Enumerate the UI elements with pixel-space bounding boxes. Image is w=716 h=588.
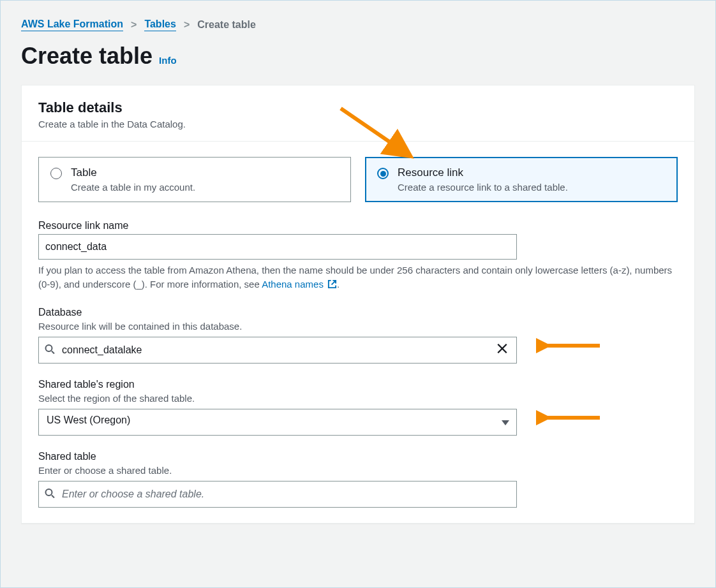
athena-names-link[interactable]: Athena names bbox=[262, 279, 337, 290]
radio-option-resource-link[interactable]: Resource link Create a resource link to … bbox=[365, 157, 678, 202]
breadcrumb-current: Create table bbox=[197, 19, 256, 31]
radio-title: Table bbox=[71, 166, 195, 179]
table-details-panel: Table details Create a table in the Data… bbox=[21, 85, 695, 524]
svg-point-2 bbox=[46, 345, 52, 351]
breadcrumb-parent[interactable]: Tables bbox=[144, 18, 176, 31]
shared-table-label: Shared table bbox=[38, 451, 678, 462]
svg-line-3 bbox=[52, 351, 54, 353]
radio-desc: Create a resource link to a shared table… bbox=[398, 182, 568, 193]
svg-line-12 bbox=[52, 495, 54, 497]
region-label: Shared table's region bbox=[38, 379, 678, 390]
radio-icon bbox=[377, 168, 389, 179]
radio-title: Resource link bbox=[398, 166, 568, 179]
clear-database-button[interactable] bbox=[494, 340, 511, 360]
search-icon bbox=[45, 488, 55, 500]
radio-desc: Create a table in my account. bbox=[71, 182, 195, 193]
annotation-arrow bbox=[536, 336, 606, 355]
help-text: If you plan to access the table from Ama… bbox=[38, 265, 672, 290]
help-text: . bbox=[337, 279, 339, 290]
database-input[interactable] bbox=[38, 337, 517, 364]
annotation-arrow bbox=[536, 408, 606, 427]
shared-table-hint: Enter or choose a shared table. bbox=[38, 465, 678, 476]
database-hint: Resource link will be contained in this … bbox=[38, 321, 678, 332]
info-link[interactable]: Info bbox=[159, 55, 177, 66]
region-hint: Select the region of the shared table. bbox=[38, 393, 678, 404]
shared-table-input[interactable] bbox=[38, 481, 517, 508]
resource-link-name-label: Resource link name bbox=[38, 220, 678, 232]
close-icon bbox=[496, 342, 508, 354]
resource-link-name-help: If you plan to access the table from Ama… bbox=[38, 263, 678, 291]
radio-option-table[interactable]: Table Create a table in my account. bbox=[38, 157, 351, 202]
panel-title: Table details bbox=[38, 99, 678, 116]
breadcrumb: AWS Lake Formation > Tables > Create tab… bbox=[1, 1, 715, 31]
chevron-right-icon: > bbox=[184, 19, 190, 31]
database-label: Database bbox=[38, 307, 678, 318]
chevron-right-icon: > bbox=[131, 19, 137, 31]
breadcrumb-root[interactable]: AWS Lake Formation bbox=[21, 18, 123, 31]
external-link-icon bbox=[327, 279, 337, 289]
search-icon bbox=[45, 344, 55, 356]
svg-point-11 bbox=[46, 489, 52, 496]
radio-icon bbox=[50, 168, 62, 179]
panel-subtitle: Create a table in the Data Catalog. bbox=[38, 119, 678, 129]
page-title: Create table bbox=[21, 43, 153, 70]
region-select[interactable]: US West (Oregon) bbox=[38, 409, 517, 436]
resource-link-name-input[interactable] bbox=[38, 234, 517, 260]
